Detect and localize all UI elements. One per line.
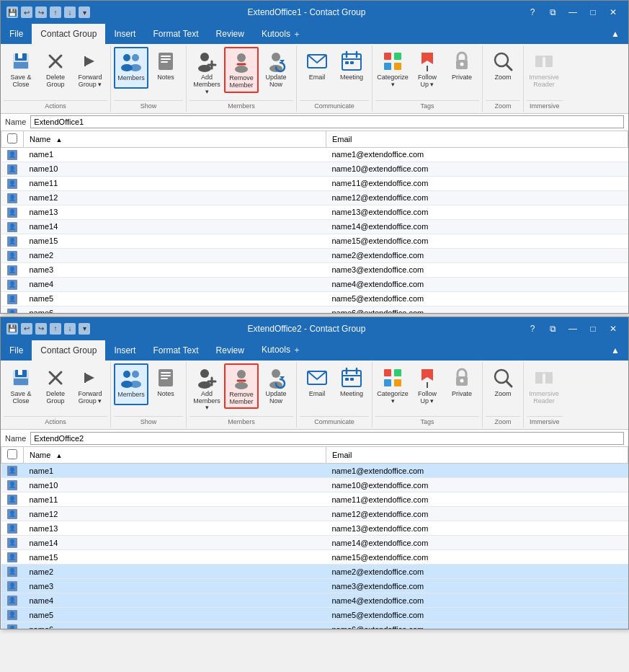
table-row[interactable]: 👤 name13 name13@extendoffice.com bbox=[1, 521, 628, 536]
email-btn-2[interactable]: Email bbox=[300, 363, 334, 405]
tab-contact-group-2[interactable]: Contact Group bbox=[32, 340, 105, 361]
table-row[interactable]: 👤 name6 name6@extendoffice.com bbox=[1, 306, 628, 313]
customize-icon-1[interactable]: ▾ bbox=[79, 6, 90, 18]
col-name-2[interactable]: Name ▲ bbox=[24, 447, 326, 464]
table-row[interactable]: 👤 name11 name11@extendoffice.com bbox=[1, 492, 628, 507]
tab-format-text-2[interactable]: Format Text bbox=[144, 340, 207, 361]
col-name-1[interactable]: Name ▲ bbox=[24, 131, 326, 148]
col-checkbox-1[interactable] bbox=[1, 131, 24, 148]
private-btn-2[interactable]: Private bbox=[445, 363, 479, 405]
categorize-btn-2[interactable]: Categorize▾ bbox=[375, 363, 410, 408]
table-row[interactable]: 👤 name2 name2@extendoffice.com bbox=[1, 565, 628, 579]
follow-up-btn-1[interactable]: FollowUp ▾ bbox=[410, 47, 445, 92]
col-checkbox-2[interactable] bbox=[1, 447, 24, 464]
notes-btn-2[interactable]: Notes bbox=[148, 363, 183, 405]
tab-insert-1[interactable]: Insert bbox=[105, 24, 144, 44]
follow-up-btn-2[interactable]: FollowUp ▾ bbox=[410, 363, 445, 408]
help-btn-1[interactable]: ? bbox=[523, 4, 542, 20]
members-btn-2[interactable]: Members bbox=[114, 363, 148, 405]
table-row[interactable]: 👤 name12 name12@extendoffice.com bbox=[1, 507, 628, 521]
table-row[interactable]: 👤 name13 name13@extendoffice.com bbox=[1, 205, 628, 219]
col-email-2[interactable]: Email bbox=[326, 447, 628, 464]
table-row[interactable]: 👤 name1 name1@extendoffice.com bbox=[1, 147, 628, 162]
name-input-2[interactable] bbox=[30, 432, 624, 445]
table-row[interactable]: 👤 name4 name4@extendoffice.com bbox=[1, 277, 628, 291]
table-row[interactable]: 👤 name12 name12@extendoffice.com bbox=[1, 190, 628, 205]
delete-group-btn-2[interactable]: DeleteGroup bbox=[38, 363, 73, 408]
table-row[interactable]: 👤 name15 name15@extendoffice.com bbox=[1, 234, 628, 248]
tab-review-1[interactable]: Review bbox=[208, 24, 253, 44]
email-btn-1[interactable]: Email bbox=[300, 47, 334, 89]
ribbon-collapse-2[interactable]: ▲ bbox=[602, 340, 628, 361]
table-row[interactable]: 👤 name14 name14@extendoffice.com bbox=[1, 219, 628, 234]
undo-icon-2[interactable]: ↩ bbox=[21, 323, 32, 335]
forward-group-btn-2[interactable]: ForwardGroup ▾ bbox=[73, 363, 107, 408]
minimize-btn-2[interactable]: — bbox=[563, 321, 582, 337]
members-btn-1[interactable]: Members bbox=[114, 47, 148, 89]
table-row[interactable]: 👤 name14 name14@extendoffice.com bbox=[1, 536, 628, 550]
remove-member-btn-1[interactable]: RemoveMember bbox=[224, 47, 259, 93]
minimize-btn-1[interactable]: — bbox=[563, 4, 582, 20]
update-now-btn-2[interactable]: UpdateNow bbox=[259, 363, 293, 408]
tab-insert-2[interactable]: Insert bbox=[105, 340, 144, 361]
maximize-btn-2[interactable]: □ bbox=[584, 321, 602, 337]
table-row[interactable]: 👤 name5 name5@extendoffice.com bbox=[1, 291, 628, 306]
redo-icon-2[interactable]: ↪ bbox=[35, 323, 47, 335]
table-container-1[interactable]: Name ▲ Email 👤 name1 name1@extendoffice.… bbox=[1, 131, 628, 313]
delete-group-btn-1[interactable]: DeleteGroup bbox=[38, 47, 73, 92]
remove-member-btn-2[interactable]: RemoveMember bbox=[224, 363, 259, 410]
table-container-2[interactable]: Name ▲ Email 👤 name1 name1@extendoffice.… bbox=[1, 447, 628, 629]
header-checkbox-1[interactable] bbox=[7, 133, 17, 143]
update-now-btn-1[interactable]: UpdateNow bbox=[259, 47, 293, 92]
table-row[interactable]: 👤 name2 name2@extendoffice.com bbox=[1, 248, 628, 262]
tab-format-text-1[interactable]: Format Text bbox=[144, 24, 207, 44]
immersive-reader-btn-2[interactable]: ImmersiveReader bbox=[527, 363, 561, 408]
close-btn-1[interactable]: ✕ bbox=[604, 4, 623, 20]
header-checkbox-2[interactable] bbox=[7, 449, 17, 459]
down-icon-1[interactable]: ↓ bbox=[64, 6, 76, 18]
tab-contact-group-1[interactable]: Contact Group bbox=[32, 24, 105, 44]
col-email-1[interactable]: Email bbox=[326, 131, 628, 148]
up-icon-2[interactable]: ↑ bbox=[50, 323, 61, 335]
restore-btn-2[interactable]: ⧉ bbox=[543, 321, 562, 337]
notes-btn-1[interactable]: Notes bbox=[148, 47, 183, 89]
meeting-btn-1[interactable]: Meeting bbox=[334, 47, 369, 89]
add-members-btn-1[interactable]: AddMembers ▾ bbox=[189, 47, 224, 99]
table-row[interactable]: 👤 name3 name3@extendoffice.com bbox=[1, 262, 628, 277]
table-row[interactable]: 👤 name10 name10@extendoffice.com bbox=[1, 162, 628, 176]
categorize-btn-1[interactable]: Categorize▾ bbox=[375, 47, 410, 92]
close-btn-2[interactable]: ✕ bbox=[604, 321, 623, 337]
redo-icon-1[interactable]: ↪ bbox=[35, 6, 47, 18]
table-row[interactable]: 👤 name6 name6@extendoffice.com bbox=[1, 622, 628, 629]
add-members-btn-2[interactable]: AddMembers ▾ bbox=[189, 363, 224, 415]
table-row[interactable]: 👤 name10 name10@extendoffice.com bbox=[1, 478, 628, 492]
maximize-btn-1[interactable]: □ bbox=[584, 4, 602, 20]
save-close-btn-2[interactable]: Save &Close bbox=[4, 363, 38, 408]
name-input-1[interactable] bbox=[30, 115, 624, 128]
table-row[interactable]: 👤 name15 name15@extendoffice.com bbox=[1, 550, 628, 565]
tab-file-1[interactable]: File bbox=[1, 24, 32, 44]
forward-group-btn-1[interactable]: ForwardGroup ▾ bbox=[73, 47, 107, 92]
immersive-reader-btn-1[interactable]: ImmersiveReader bbox=[527, 47, 561, 92]
table-row[interactable]: 👤 name4 name4@extendoffice.com bbox=[1, 593, 628, 608]
zoom-btn-1[interactable]: Zoom bbox=[486, 47, 520, 89]
tab-file-2[interactable]: File bbox=[1, 340, 32, 361]
ribbon-collapse-1[interactable]: ▲ bbox=[602, 24, 628, 44]
table-row[interactable]: 👤 name11 name11@extendoffice.com bbox=[1, 176, 628, 190]
help-btn-2[interactable]: ? bbox=[523, 321, 542, 337]
tab-kutools-1[interactable]: Kutools ＋ bbox=[253, 24, 310, 44]
undo-icon-1[interactable]: ↩ bbox=[21, 6, 32, 18]
private-btn-1[interactable]: Private bbox=[445, 47, 479, 89]
table-row[interactable]: 👤 name1 name1@extendoffice.com bbox=[1, 464, 628, 478]
restore-btn-1[interactable]: ⧉ bbox=[543, 4, 562, 20]
tab-review-2[interactable]: Review bbox=[208, 340, 253, 361]
down-icon-2[interactable]: ↓ bbox=[64, 323, 76, 335]
up-icon-1[interactable]: ↑ bbox=[50, 6, 61, 18]
table-row[interactable]: 👤 name5 name5@extendoffice.com bbox=[1, 608, 628, 622]
table-row[interactable]: 👤 name3 name3@extendoffice.com bbox=[1, 579, 628, 593]
save-close-btn-1[interactable]: Save &Close bbox=[4, 47, 38, 92]
tab-kutools-2[interactable]: Kutools ＋ bbox=[253, 340, 310, 361]
meeting-btn-2[interactable]: Meeting bbox=[334, 363, 369, 405]
zoom-btn-2[interactable]: Zoom bbox=[486, 363, 520, 405]
customize-icon-2[interactable]: ▾ bbox=[79, 323, 90, 335]
